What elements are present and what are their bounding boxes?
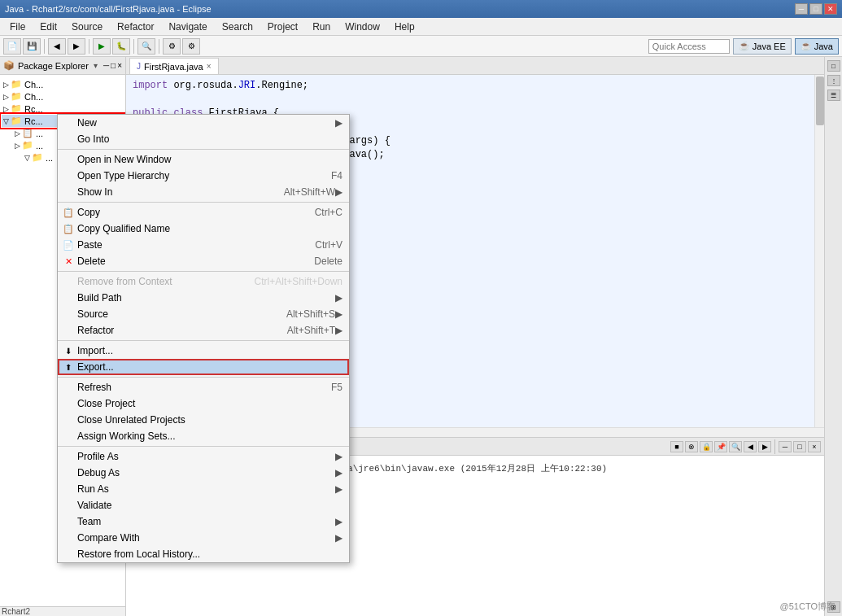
editor-scrollbar[interactable] bbox=[814, 75, 824, 427]
ctx-profile-arrow: ▶ bbox=[335, 451, 342, 462]
menu-file[interactable]: File bbox=[3, 20, 32, 34]
close-button[interactable]: ✕ bbox=[824, 3, 837, 15]
menu-edit[interactable]: Edit bbox=[33, 20, 63, 34]
toolbar-misc2[interactable]: ⚙ bbox=[182, 38, 200, 55]
folder-icon: 📁 bbox=[22, 140, 33, 151]
ctx-import[interactable]: ⬇ Import... bbox=[58, 343, 349, 359]
ctx-new[interactable]: New ▶ bbox=[58, 115, 349, 131]
ctx-delete[interactable]: ✕ Delete Delete bbox=[58, 253, 349, 269]
ctx-copy-label: Copy bbox=[77, 207, 299, 218]
toolbar-debug[interactable]: 🐛 bbox=[112, 38, 130, 55]
ctx-restore-history[interactable]: Restore from Local History... bbox=[58, 546, 349, 562]
right-tool-3[interactable]: ☰ bbox=[827, 90, 840, 101]
quick-access-input[interactable] bbox=[648, 39, 730, 54]
tree-item-ch1[interactable]: ▷ 📁 Ch... bbox=[2, 78, 124, 90]
ctx-paste[interactable]: 📄 Paste Ctrl+V bbox=[58, 237, 349, 253]
bottom-project-label: Rchart2 bbox=[0, 606, 125, 616]
menu-project[interactable]: Project bbox=[261, 20, 304, 34]
pkg-explorer-maximize-btn[interactable]: □ bbox=[111, 61, 116, 70]
con-prev-btn[interactable]: ◀ bbox=[744, 441, 757, 452]
tree-label: Ch... bbox=[24, 92, 43, 102]
menu-run[interactable]: Run bbox=[306, 20, 337, 34]
toolbar-sep4 bbox=[159, 39, 159, 54]
ctx-source-shortcut: Alt+Shift+S bbox=[270, 308, 335, 320]
toolbar-forward[interactable]: ▶ bbox=[68, 38, 85, 55]
ctx-refactor[interactable]: Refactor Alt+Shift+T ▶ bbox=[58, 322, 349, 339]
ctx-close-project[interactable]: Close Project bbox=[58, 395, 349, 412]
ctx-refresh[interactable]: Refresh F5 bbox=[58, 379, 349, 395]
ctx-profile-as[interactable]: Profile As ▶ bbox=[58, 448, 349, 465]
ctx-compare-with-label: Compare With bbox=[77, 532, 335, 544]
ctx-assign-working[interactable]: Assign Working Sets... bbox=[58, 428, 349, 444]
ctx-run-as[interactable]: Run As ▶ bbox=[58, 481, 349, 497]
menu-navigate[interactable]: Navigate bbox=[162, 20, 213, 34]
tree-arrow: ▷ bbox=[3, 105, 9, 113]
toolbar-misc1[interactable]: ⚙ bbox=[163, 38, 181, 55]
con-next-btn[interactable]: ▶ bbox=[758, 441, 771, 452]
tree-item-rc1[interactable]: ▷ 📁 Rc... bbox=[2, 103, 124, 115]
javaee-icon: ☕ bbox=[739, 41, 750, 51]
con-clear-btn[interactable]: ⊗ bbox=[685, 441, 698, 452]
ctx-close-unrelated[interactable]: Close Unrelated Projects bbox=[58, 412, 349, 428]
tree-label: ... bbox=[36, 129, 43, 138]
tree-arrow: ▽ bbox=[3, 117, 9, 125]
minimize-button[interactable]: ─ bbox=[795, 3, 808, 15]
editor-tab-close[interactable]: × bbox=[207, 62, 212, 71]
tree-item-ch2[interactable]: ▷ 📁 Ch... bbox=[2, 90, 124, 103]
ctx-show-in[interactable]: Show In Alt+Shift+W ▶ bbox=[58, 184, 349, 200]
con-minimize[interactable]: ─ bbox=[779, 441, 792, 452]
ctx-validate[interactable]: Validate bbox=[58, 497, 349, 513]
con-scroll-lock[interactable]: 🔒 bbox=[700, 441, 713, 452]
toolbar-run[interactable]: ▶ bbox=[93, 38, 111, 55]
ctx-compare-arrow: ▶ bbox=[335, 532, 342, 544]
toolbar-back[interactable]: ◀ bbox=[48, 38, 66, 55]
package-explorer-header: 📦 Package Explorer ▾ ─ □ × bbox=[0, 57, 125, 75]
ctx-open-hierarchy[interactable]: Open Type Hierarchy F4 bbox=[58, 168, 349, 184]
right-tool-2[interactable]: ⋮ bbox=[827, 75, 840, 86]
tree-arrow: ▷ bbox=[3, 93, 9, 101]
java-icon: ☕ bbox=[801, 41, 812, 51]
ctx-copy[interactable]: 📋 Copy Ctrl+C bbox=[58, 204, 349, 221]
ctx-copy-qualified[interactable]: 📋 Copy Qualified Name bbox=[58, 221, 349, 237]
menu-window[interactable]: Window bbox=[338, 20, 386, 34]
menu-refactor[interactable]: Refactor bbox=[111, 20, 160, 34]
pkg-explorer-close-btn[interactable]: × bbox=[117, 61, 122, 70]
con-maximize[interactable]: □ bbox=[793, 441, 806, 452]
editor-tabs: J FirstRjava.java × bbox=[126, 57, 824, 75]
menu-search[interactable]: Search bbox=[216, 20, 260, 34]
copy-icon: 📋 bbox=[63, 207, 74, 218]
ctx-debug-as[interactable]: Debug As ▶ bbox=[58, 465, 349, 481]
ctx-source-arrow: ▶ bbox=[335, 308, 342, 320]
toolbar-search[interactable]: 🔍 bbox=[137, 38, 155, 55]
con-stop-btn[interactable]: ■ bbox=[670, 441, 683, 452]
pkg-explorer-minimize-btn[interactable]: ─ bbox=[103, 61, 109, 70]
ctx-compare-with[interactable]: Compare With ▶ bbox=[58, 530, 349, 546]
editor-scrollbar-thumb[interactable] bbox=[816, 76, 824, 125]
tree-arrow: ▷ bbox=[15, 142, 20, 150]
con-pin-btn[interactable]: 📌 bbox=[714, 441, 727, 452]
ctx-export[interactable]: ⬆ Export... bbox=[58, 359, 349, 375]
con-search-btn[interactable]: 🔍 bbox=[729, 441, 742, 452]
pkg-explorer-menu-icon: ▾ bbox=[94, 61, 98, 70]
toolbar-new[interactable]: 📄 bbox=[3, 38, 21, 55]
editor-tab-firstRjava[interactable]: J FirstRjava.java × bbox=[129, 58, 219, 74]
maximize-button[interactable]: □ bbox=[809, 3, 822, 15]
menu-help[interactable]: Help bbox=[388, 20, 421, 34]
ctx-open-window[interactable]: Open in New Window bbox=[58, 151, 349, 168]
ctx-source[interactable]: Source Alt+Shift+S ▶ bbox=[58, 306, 349, 322]
con-close[interactable]: × bbox=[808, 441, 821, 452]
ctx-build-path[interactable]: Build Path ▶ bbox=[58, 290, 349, 306]
ctx-team[interactable]: Team ▶ bbox=[58, 513, 349, 530]
ctx-delete-label: Delete bbox=[77, 256, 298, 267]
menu-source[interactable]: Source bbox=[65, 20, 109, 34]
toolbar-save[interactable]: 💾 bbox=[23, 38, 41, 55]
folder-icon: 📁 bbox=[11, 103, 22, 114]
right-tool-1[interactable]: □ bbox=[827, 60, 840, 72]
editor-tab-label: FirstRjava.java bbox=[144, 62, 203, 72]
copy-qualified-icon: 📋 bbox=[63, 223, 74, 234]
perspective-java[interactable]: ☕ Java bbox=[795, 38, 839, 55]
ctx-go-into[interactable]: Go Into bbox=[58, 131, 349, 147]
ctx-run-arrow: ▶ bbox=[335, 483, 342, 495]
context-menu: New ▶ Go Into Open in New Window Open Ty… bbox=[57, 114, 350, 563]
perspective-javaee[interactable]: ☕ Java EE bbox=[733, 38, 792, 55]
